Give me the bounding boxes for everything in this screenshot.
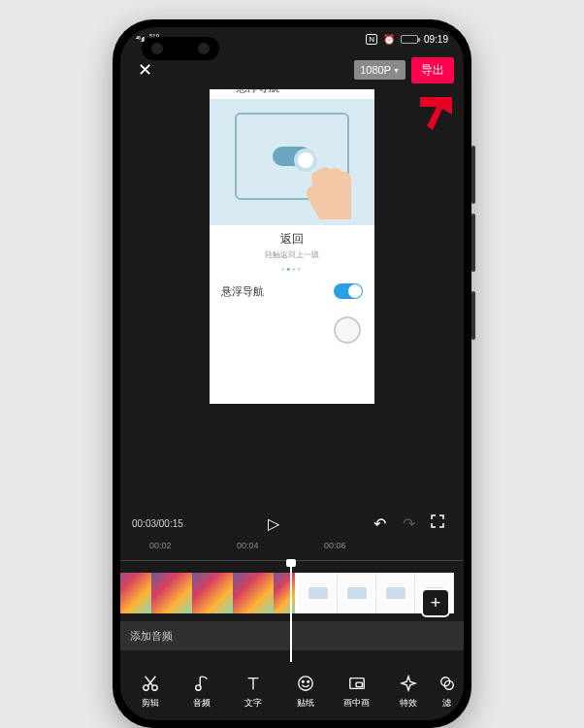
redo-button[interactable]: ↷ xyxy=(394,514,423,533)
preview-content: ⋯ıl ▭ ← 悬浮导航 返回 xyxy=(210,89,374,404)
caption-sub: 轻触返回上一级 xyxy=(210,249,374,260)
fullscreen-button[interactable] xyxy=(423,514,452,532)
tool-filter[interactable]: 滤 xyxy=(435,674,460,710)
alarm-icon: ⏰ xyxy=(383,34,395,45)
add-clip-button[interactable]: + xyxy=(421,588,450,617)
toggle-label: 悬浮导航 xyxy=(221,284,264,299)
play-button[interactable]: ▷ xyxy=(259,514,288,533)
nfc-icon: N xyxy=(366,34,377,45)
player-controls: 00:03/00:15 ▷ ↶ ↷ xyxy=(120,506,464,541)
video-track[interactable] xyxy=(120,573,464,613)
tool-audio[interactable]: 音频 xyxy=(176,674,227,710)
battery-icon xyxy=(401,35,418,44)
resolution-value: 1080P xyxy=(360,64,391,76)
pip-icon xyxy=(348,674,366,693)
close-button[interactable]: ✕ xyxy=(130,59,159,81)
volume-up-hw xyxy=(471,146,475,204)
tool-strip: 剪辑 音频 文字 贴纸 xyxy=(120,662,464,720)
inner-toggle-row: 悬浮导航 xyxy=(210,276,374,307)
export-button[interactable]: 导出 xyxy=(411,57,454,83)
ruler-mark: 00:06 xyxy=(324,541,411,558)
camera-cutout xyxy=(142,37,219,60)
svg-point-5 xyxy=(307,680,308,682)
tool-clip[interactable]: 剪辑 xyxy=(124,674,176,710)
ruler-mark: 00:04 xyxy=(237,541,324,558)
timeline[interactable]: + 添加音频 xyxy=(120,561,464,662)
tool-sticker[interactable]: 贴纸 xyxy=(279,674,331,710)
resolution-dropdown[interactable]: 1080P ▼ xyxy=(354,60,406,80)
preview-canvas[interactable]: ⋯ıl ▭ ← 悬浮导航 返回 xyxy=(120,89,464,506)
inner-title: 悬浮导航 xyxy=(237,89,279,95)
playhead[interactable] xyxy=(290,561,292,662)
add-audio-track[interactable]: 添加音频 xyxy=(120,621,464,650)
floating-nav-icon xyxy=(334,316,361,344)
tool-pip[interactable]: 画中画 xyxy=(331,674,382,710)
power-hw xyxy=(471,291,475,340)
svg-rect-7 xyxy=(356,682,362,687)
inner-illustration xyxy=(210,99,374,225)
filter-icon xyxy=(438,674,456,693)
callout-arrow-icon xyxy=(415,95,454,138)
clip-thumb[interactable] xyxy=(120,573,151,613)
undo-button[interactable]: ↶ xyxy=(365,514,394,533)
tool-text[interactable]: 文字 xyxy=(228,674,279,710)
time-display: 00:03/00:15 xyxy=(132,518,183,529)
text-icon xyxy=(244,674,262,693)
svg-point-3 xyxy=(298,676,311,689)
sticker-icon xyxy=(297,674,314,693)
add-audio-label: 添加音频 xyxy=(130,629,173,644)
timeline-ruler[interactable]: 00:02 00:04 00:06 xyxy=(120,541,464,558)
music-note-icon xyxy=(193,674,211,693)
svg-point-4 xyxy=(302,680,304,682)
tool-effects[interactable]: 特效 xyxy=(383,674,435,710)
screen: ⁴⁶.ıll 510 B/s ▪ N ⏰ 09:19 ✕ 1080P ▼ 导出 xyxy=(120,27,464,720)
chevron-down-icon: ▼ xyxy=(393,67,400,74)
scissors-icon xyxy=(142,674,159,693)
toggle-switch xyxy=(334,283,363,299)
clock: 09:19 xyxy=(424,34,448,45)
phone-frame: ⁴⁶.ıll 510 B/s ▪ N ⏰ 09:19 ✕ 1080P ▼ 导出 xyxy=(113,19,471,728)
caption-title: 返回 xyxy=(210,231,374,248)
clip-thumb[interactable] xyxy=(192,573,233,613)
clip-thumb[interactable] xyxy=(233,573,274,613)
clip-thumb[interactable] xyxy=(151,573,192,613)
svg-point-2 xyxy=(196,684,201,689)
page-dots: ●●●● xyxy=(210,262,374,276)
ruler-mark: 00:02 xyxy=(149,541,237,558)
inner-caption: 返回 轻触返回上一级 xyxy=(210,225,374,262)
sparkle-icon xyxy=(400,674,417,693)
volume-down-hw xyxy=(471,214,475,272)
back-arrow-icon: ← xyxy=(217,89,231,95)
inner-header: ← 悬浮导航 xyxy=(210,89,374,99)
